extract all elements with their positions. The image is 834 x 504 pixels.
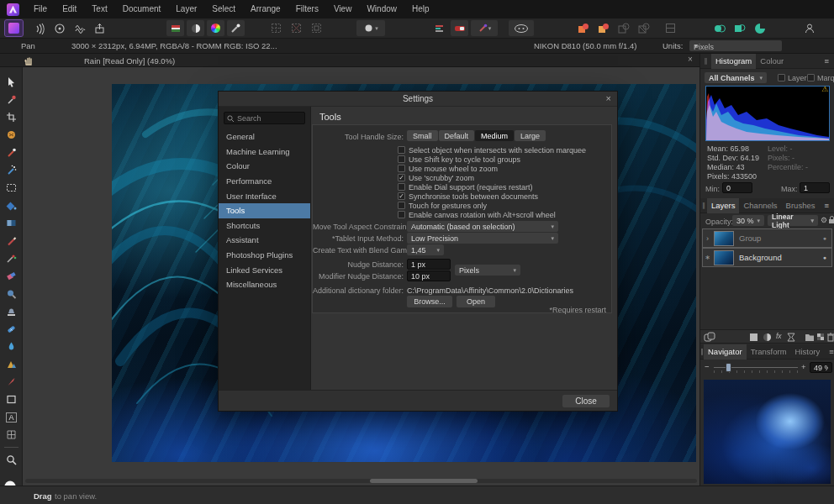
menu-file[interactable]: File xyxy=(26,0,55,18)
layer-row-background[interactable]: ∗ Background ● xyxy=(702,248,832,267)
navigator-thumbnail[interactable] xyxy=(704,380,831,484)
layer-expand-chevron-icon[interactable]: › xyxy=(703,234,712,243)
opacity-select[interactable]: 30 % ▾ xyxy=(732,215,764,226)
link-shapes-icon[interactable] xyxy=(704,332,715,344)
menu-select[interactable]: Select xyxy=(204,0,243,18)
dialog-close-icon[interactable]: × xyxy=(606,93,611,103)
snap-options-icon[interactable] xyxy=(430,20,448,36)
square-circle-icon[interactable] xyxy=(731,20,748,36)
sidebar-item-assistant[interactable]: Assistant xyxy=(219,233,310,248)
layer-row-group[interactable]: › Group ● xyxy=(702,228,832,248)
nudge-distance-input[interactable] xyxy=(407,259,451,270)
sidebar-item-miscellaneous[interactable]: Miscellaneous xyxy=(219,277,310,292)
sidebar-item-general[interactable]: General xyxy=(219,129,310,144)
geometry-divide-icon[interactable] xyxy=(635,20,652,36)
handle-size-medium[interactable]: Medium xyxy=(475,130,514,141)
rectangle-tool-icon[interactable] xyxy=(3,391,20,407)
marquee-tool-icon[interactable] xyxy=(3,180,20,196)
tab-close-icon[interactable]: × xyxy=(688,55,693,64)
sidebar-item-tools[interactable]: Tools xyxy=(219,203,310,218)
zoom-out-icon[interactable]: − xyxy=(705,362,710,371)
horizontal-scrollbar[interactable] xyxy=(25,479,697,483)
delete-layer-trash-icon[interactable] xyxy=(826,332,834,344)
zoom-slider-handle[interactable] xyxy=(726,363,731,372)
menu-edit[interactable]: Edit xyxy=(55,0,84,18)
settings-search-box[interactable] xyxy=(224,112,305,124)
tablet-input-select[interactable]: Low Precision ▾ xyxy=(407,233,558,244)
layer-name[interactable]: Background xyxy=(739,253,782,262)
text-tool-icon[interactable]: A xyxy=(3,409,20,425)
checkbox-synchronise-tools[interactable]: ✓ xyxy=(398,192,405,200)
layer-visibility-toggle[interactable]: ● xyxy=(823,255,826,260)
open-button[interactable]: Open xyxy=(457,296,495,307)
close-button[interactable]: Close xyxy=(562,395,610,407)
layer-checkbox[interactable] xyxy=(778,74,785,81)
checkbox-mouse-wheel-zoom[interactable] xyxy=(398,165,405,172)
layer-thumbnail[interactable] xyxy=(714,250,734,265)
menu-help[interactable]: Help xyxy=(404,0,437,18)
layer-visibility-toggle[interactable]: ● xyxy=(823,235,826,241)
units-select[interactable]: Pixels ▾ xyxy=(689,40,782,51)
tab-history[interactable]: History xyxy=(791,344,825,360)
checkbox-shift-cycle[interactable] xyxy=(398,155,405,163)
circle-swatch-icon[interactable]: ▾ xyxy=(356,20,385,36)
panel-menu-icon[interactable]: ≡ xyxy=(824,347,834,356)
document-tab-title[interactable]: Rain [Read Only] (49.0%) xyxy=(84,56,175,66)
live-filter-icon[interactable] xyxy=(787,333,795,344)
layer-settings-gear-icon[interactable]: ⚙ xyxy=(821,216,827,224)
geometry-subtract-icon[interactable] xyxy=(594,20,612,36)
sidebar-item-user-interface[interactable]: User Interface xyxy=(219,188,310,203)
assistant-icon[interactable] xyxy=(509,20,534,36)
dodge-brush-tool-icon[interactable] xyxy=(3,286,20,302)
panel-menu-icon[interactable]: ≡ xyxy=(819,201,834,210)
move-constrain-select[interactable]: Automatic (based on selection) ▾ xyxy=(407,221,558,232)
marquee-checkbox[interactable] xyxy=(807,74,815,81)
sidebar-item-performance[interactable]: Performance xyxy=(219,174,310,189)
healing-brush-tool-icon[interactable] xyxy=(3,321,20,337)
geometry-add-icon[interactable] xyxy=(574,20,592,36)
menu-layer[interactable]: Layer xyxy=(168,0,204,18)
menu-document[interactable]: Document xyxy=(115,0,169,18)
blend-mode-select[interactable]: Linear Light ▾ xyxy=(768,215,818,226)
sidebar-item-machine-learning[interactable]: Machine Learning xyxy=(219,144,310,160)
channels-select[interactable]: All Channels ▾ xyxy=(705,72,767,83)
selection-brush-tool-icon[interactable] xyxy=(3,127,20,143)
horizontal-scrollbar-thumb[interactable] xyxy=(370,479,478,483)
settings-dialog-titlebar[interactable]: Settings × xyxy=(219,92,617,107)
sidebar-item-photoshop-plugins[interactable]: Photoshop Plugins xyxy=(219,248,310,263)
dashed-frame-icon[interactable] xyxy=(308,20,325,36)
crossed-grid-icon[interactable] xyxy=(288,20,305,36)
flood-fill-tool-icon[interactable] xyxy=(3,197,20,213)
menu-filters[interactable]: Filters xyxy=(288,0,326,18)
histogram-display[interactable]: ⚠ xyxy=(705,86,830,141)
flood-select-tool-icon[interactable] xyxy=(3,144,20,160)
auto-white-balance-icon[interactable] xyxy=(227,20,245,36)
mesh-warp-tool-icon[interactable] xyxy=(3,427,20,443)
compound-icon[interactable] xyxy=(662,20,679,36)
pixel-brush-tool-icon[interactable] xyxy=(3,250,20,266)
panel-collapse-icon[interactable]: ∥ xyxy=(700,57,711,65)
min-input[interactable] xyxy=(722,182,752,193)
nudge-units-select[interactable]: Pixels ▾ xyxy=(455,265,520,276)
erase-brush-tool-icon[interactable] xyxy=(3,268,20,284)
sharpen-tool-icon[interactable] xyxy=(3,356,20,372)
layer-thumbnail[interactable] xyxy=(714,231,734,246)
export-persona-icon[interactable] xyxy=(91,20,108,36)
layer-lock-icon[interactable] xyxy=(828,215,834,226)
max-input[interactable] xyxy=(800,182,830,193)
clone-stamp-tool-icon[interactable] xyxy=(3,303,20,319)
tab-channels[interactable]: Channels xyxy=(739,198,781,213)
snap-presets-icon[interactable]: ▾ xyxy=(471,20,498,36)
checkbox-canvas-rotation[interactable] xyxy=(398,211,405,218)
colour-picker-tool-icon[interactable] xyxy=(3,92,20,108)
new-group-folder-icon[interactable] xyxy=(805,333,815,344)
menu-view[interactable]: View xyxy=(326,0,360,18)
auto-contrast-icon[interactable] xyxy=(187,20,204,36)
sidebar-item-colour[interactable]: Colour xyxy=(219,159,310,174)
checkbox-dial-support[interactable] xyxy=(398,183,405,191)
handle-size-default[interactable]: Default xyxy=(439,130,475,141)
mask-layer-icon[interactable] xyxy=(749,333,758,344)
search-input[interactable] xyxy=(237,113,304,123)
tab-brushes[interactable]: Brushes xyxy=(782,198,820,213)
blur-tool-icon[interactable] xyxy=(3,339,20,354)
